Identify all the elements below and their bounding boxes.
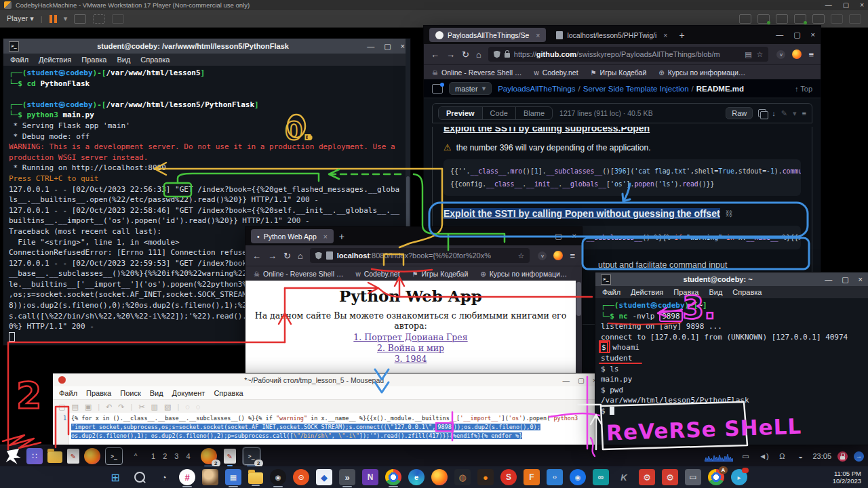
tab-close-icon[interactable]: ×: [663, 31, 667, 39]
top-link[interactable]: ↑ Top: [795, 85, 812, 93]
cd-device-icon[interactable]: [776, 14, 788, 24]
mousepad-menu-item-5[interactable]: Справка: [214, 389, 243, 397]
anchor-link-icon[interactable]: ⛓: [726, 209, 733, 218]
close-button[interactable]: ×: [401, 42, 405, 51]
tracking-shield-icon[interactable]: [315, 252, 322, 260]
url-bar[interactable]: https://github.com/swisskyrepo/PayloadsA…: [488, 47, 769, 62]
breadcrumb-dir-link[interactable]: Server Side Template Injection: [583, 85, 689, 93]
s-app-icon[interactable]: [500, 469, 517, 485]
edit-caret-icon[interactable]: ▾: [793, 109, 797, 118]
section-heading-subprocess-popen[interactable]: Exploit the SSTI by calling subprocess.P…: [443, 127, 801, 134]
keepass-tray-icon[interactable]: [837, 451, 848, 462]
download-icon[interactable]: ↓: [772, 109, 776, 117]
minimize-button[interactable]: —: [776, 30, 783, 39]
terminal-menu-item-0[interactable]: Файл: [602, 288, 620, 296]
new-tab-button[interactable]: +: [679, 30, 684, 41]
maximize-button[interactable]: ▢: [578, 376, 585, 384]
file-explorer-icon[interactable]: [248, 472, 263, 484]
mousepad-menu-item-3[interactable]: Вид: [150, 389, 163, 397]
edge-icon[interactable]: [408, 469, 425, 485]
branch-selector[interactable]: master▾: [449, 82, 492, 95]
url-bar[interactable]: localhost:8080/index?book={%%20for%20x% …: [310, 248, 530, 263]
vmware-maximize-button[interactable]: ▢: [843, 1, 849, 9]
pocket-icon[interactable]: v: [538, 251, 547, 260]
suspend-caret[interactable]: ▾: [64, 14, 68, 23]
kali-menu-icon[interactable]: [4, 447, 22, 465]
forward-button[interactable]: →: [268, 251, 277, 261]
host-clock[interactable]: 11:05 PM 10/2/2023: [833, 470, 861, 485]
vscode-icon[interactable]: [547, 469, 563, 485]
home-button[interactable]: ⌂: [476, 49, 481, 60]
f-app-icon[interactable]: [524, 469, 540, 485]
extension-fox-icon[interactable]: [792, 49, 802, 59]
reload-button[interactable]: ↻: [283, 251, 291, 261]
settings-device-icon[interactable]: [849, 14, 861, 24]
sound-device-icon[interactable]: [831, 14, 843, 24]
back-button[interactable]: ←: [252, 251, 261, 261]
tab-python-web-app[interactable]: • Python Web App ×: [251, 229, 334, 243]
view-tab-code[interactable]: Code: [483, 107, 516, 119]
extension-fox-icon[interactable]: [553, 251, 563, 260]
gear-app2-icon[interactable]: [662, 469, 678, 485]
mousepad-menu-item-1[interactable]: Правка: [86, 389, 111, 397]
terminal-menu-item-4[interactable]: Справка: [140, 56, 170, 64]
sync-tray-icon[interactable]: →: [854, 451, 864, 462]
open-file-icon[interactable]: ▤: [71, 403, 78, 411]
bookmark-item-2[interactable]: ⚑Игры Кодебай: [412, 270, 469, 278]
widgets-gauge-icon[interactable]: [156, 469, 172, 485]
editor-text[interactable]: {% for x in ().__class__.__base__.__subc…: [69, 413, 602, 445]
terminal-nc-titlebar[interactable]: >_ student@codeby: ~ — ▢ ×: [595, 272, 868, 286]
bookmark-item-3[interactable]: ⊕Курсы по информаци…: [658, 68, 745, 77]
show-hidden-icon[interactable]: [127, 448, 144, 464]
section-heading-popen-offset[interactable]: Exploit the SSTI by calling Popen withou…: [443, 208, 720, 219]
bookmark-item-0[interactable]: ☠Online - Reverse Shell …: [432, 68, 521, 77]
forward-button[interactable]: →: [446, 49, 455, 60]
terminal-menu-item-4[interactable]: Справка: [732, 288, 762, 296]
code-block-subclasses[interactable]: {{''.__class__.mro()[1].__subclasses__()…: [443, 159, 801, 196]
usb-device-icon[interactable]: [739, 14, 751, 24]
windows-start-icon[interactable]: [107, 469, 123, 485]
sidebar-toggle-icon[interactable]: [432, 84, 443, 94]
suspend-vm-button[interactable]: [50, 15, 57, 23]
fullscreen-icon[interactable]: [93, 14, 105, 24]
new-tab-button[interactable]: +: [339, 231, 344, 242]
mousepad-menu-item-2[interactable]: Поиск: [120, 389, 140, 397]
view-tab-blame[interactable]: Blame: [516, 107, 552, 119]
ctrl-alt-del-icon[interactable]: [74, 14, 86, 24]
home-button[interactable]: ⌂: [298, 251, 303, 261]
mousepad-launcher-icon[interactable]: [67, 449, 79, 464]
maximize-button[interactable]: ▢: [384, 42, 391, 51]
mousepad-window-icon[interactable]: [224, 449, 236, 464]
arduino-app-icon[interactable]: [593, 469, 609, 485]
save-file-icon[interactable]: ▣: [85, 403, 92, 411]
tab-1[interactable]: localhost/lesson5/PHPTwig/i×: [550, 28, 673, 42]
book-link-1[interactable]: 2. Война и мир: [377, 343, 444, 353]
display-tray-icon[interactable]: [739, 448, 751, 464]
terminal-window-icon[interactable]: 2: [243, 447, 260, 465]
terminal-menu-item-3[interactable]: Вид: [117, 56, 130, 64]
bookmark-item-3[interactable]: ⊕Курсы по информаци…: [480, 270, 567, 278]
slack-icon[interactable]: [179, 469, 195, 485]
ubuntu-icon[interactable]: [293, 469, 309, 485]
pocket-icon[interactable]: v: [776, 50, 785, 59]
book-link-0[interactable]: 1. Портрет Дориана Грея: [353, 332, 467, 342]
terminal-menu-item-1[interactable]: Действия: [39, 56, 71, 64]
search-icon[interactable]: [134, 472, 145, 483]
tab-0[interactable]: PayloadsAllTheThings/Se×: [429, 28, 546, 42]
app-grid-icon[interactable]: [26, 448, 43, 464]
tab-close-icon[interactable]: ×: [536, 31, 540, 39]
virtualbox-icon[interactable]: [316, 469, 332, 485]
app-menu-button[interactable]: ≡: [808, 49, 814, 60]
bookmark-item-1[interactable]: wCodeby.net: [355, 270, 399, 278]
book-link-2[interactable]: 3. 1984: [395, 354, 427, 364]
pin-app-icon[interactable]: [570, 469, 586, 485]
orange-app-icon[interactable]: [477, 469, 494, 485]
mousepad-menu-item-4[interactable]: Документ: [172, 389, 205, 397]
terminal-nc-output[interactable]: ┌──(student㉿codeby)-[~]└─$ nc -nvlp 9898…: [595, 298, 868, 445]
maximize-button[interactable]: ▢: [555, 232, 561, 241]
minimize-button[interactable]: —: [562, 376, 570, 384]
reload-button[interactable]: ↻: [462, 49, 469, 60]
vmware-player-icon[interactable]: [339, 469, 355, 485]
view-tab-preview[interactable]: Preview: [439, 107, 483, 119]
minimize-button[interactable]: —: [825, 275, 832, 284]
